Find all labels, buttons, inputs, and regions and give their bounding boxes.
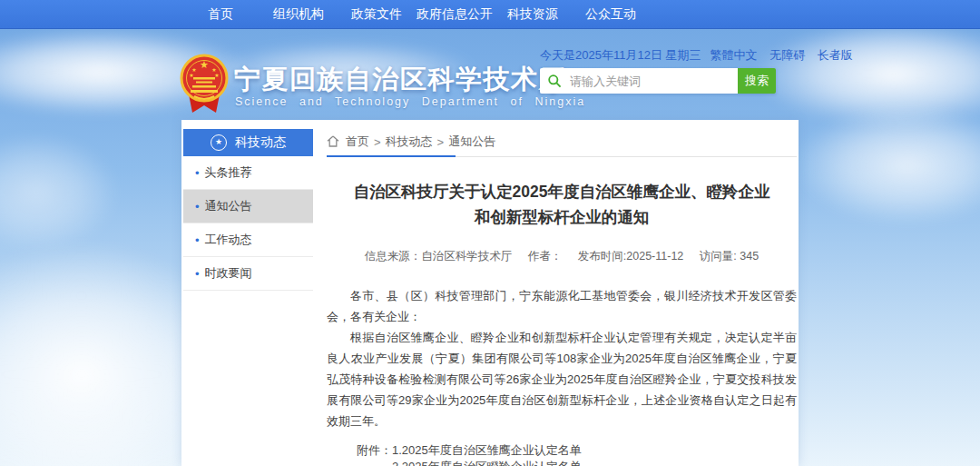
- sidebar-item-notices[interactable]: • 通知公告: [183, 190, 313, 223]
- svg-text:★: ★: [214, 73, 219, 78]
- attachment-link-2[interactable]: 2.2025年度自治区瞪羚企业认定名单: [392, 459, 617, 466]
- bullet-icon: •: [195, 267, 200, 281]
- sidebar-item-label: 时政要闻: [205, 265, 252, 282]
- sidebar-item-work-news[interactable]: • 工作动态: [183, 223, 313, 257]
- article-title: 自治区科技厅关于认定2025年度自治区雏鹰企业、瞪羚企业 和创新型标杆企业的通知: [327, 179, 797, 230]
- sidebar-header: ★ 科技动态: [183, 129, 313, 156]
- article-area: 首页 > 科技动态 > 通知公告 自治区科技厅关于认定2025年度自治区雏鹰企业…: [327, 127, 797, 466]
- cloud-decoration: [0, 134, 118, 252]
- current-date-text: 今天是2025年11月12日 星期三: [540, 47, 701, 64]
- star-circle-icon: ★: [211, 134, 227, 151]
- sidebar: ★ 科技动态 • 头条推荐 • 通知公告 • 工作动态 • 时政要闻: [183, 129, 313, 291]
- nav-item-tech-resources[interactable]: 科技资源: [494, 0, 572, 28]
- nav-item-organization[interactable]: 组织机构: [260, 0, 338, 28]
- nav-item-public-interaction[interactable]: 公众互动: [572, 0, 650, 28]
- bullet-icon: •: [195, 200, 200, 213]
- meta-source: 信息来源：自治区科学技术厅: [365, 250, 513, 263]
- site-title: 宁夏回族自治区科学技术厅: [234, 62, 566, 98]
- page: 首页 组织机构 政策文件 政府信息公开 科技资源 公众互动 ★ ★ ★ ★ ★ …: [0, 0, 980, 466]
- site-header: ★ ★ ★ ★ ★ 宁夏回族自治区科学技术厅 Science and Techn…: [0, 29, 980, 124]
- meta-view-count: 访问量: 345: [700, 250, 759, 263]
- nav-item-government-info[interactable]: 政府信息公开: [416, 0, 494, 28]
- search-box: [540, 68, 738, 94]
- sidebar-item-current-affairs[interactable]: • 时政要闻: [183, 257, 313, 291]
- nav-item-home[interactable]: 首页: [181, 0, 260, 28]
- sidebar-menu: • 头条推荐 • 通知公告 • 工作动态 • 时政要闻: [183, 156, 313, 291]
- article-title-line2: 和创新型标杆企业的通知: [327, 204, 797, 230]
- attachment-link-1[interactable]: 1.2025年度自治区雏鹰企业认定名单: [392, 442, 617, 459]
- sidebar-title: 科技动态: [235, 134, 286, 151]
- bullet-icon: •: [195, 166, 200, 180]
- article-body: 各市、县（区）科技管理部门，宁东能源化工基地管委会，银川经济技术开发区管委会，各…: [327, 285, 797, 431]
- search-button[interactable]: 搜索: [738, 68, 776, 94]
- article-paragraph: 各市、县（区）科技管理部门，宁东能源化工基地管委会，银川经济技术开发区管委会，各…: [327, 285, 797, 327]
- attachments-label: 附件：: [357, 442, 392, 466]
- breadcrumb-active-underline: [327, 155, 456, 157]
- header-utility-row: 今天是2025年11月12日 星期三 繁體中文 无障碍 长者版: [540, 47, 791, 64]
- svg-text:★: ★: [200, 59, 209, 70]
- breadcrumb-section[interactable]: 科技动态: [386, 134, 433, 150]
- svg-text:★: ★: [189, 73, 193, 78]
- breadcrumb-separator: >: [437, 135, 445, 149]
- search-icon: [547, 74, 562, 88]
- link-elder-version[interactable]: 长者版: [818, 48, 853, 62]
- article-title-line1: 自治区科技厅关于认定2025年度自治区雏鹰企业、瞪羚企业: [327, 179, 797, 204]
- national-emblem-logo: ★ ★ ★ ★ ★: [180, 51, 229, 116]
- meta-publish-date: 发布时间:2025-11-12: [578, 250, 684, 263]
- home-icon: [327, 135, 339, 147]
- sidebar-item-label: 通知公告: [205, 198, 252, 214]
- article-meta: 信息来源：自治区科学技术厅 作者： 发布时间:2025-11-12 访问量: 3…: [327, 249, 797, 264]
- meta-author: 作者：: [528, 250, 563, 263]
- link-traditional-chinese[interactable]: 繁體中文: [710, 48, 758, 62]
- attachments-block: 附件： 1.2025年度自治区雏鹰企业认定名单 2.2025年度自治区瞪羚企业认…: [327, 442, 797, 466]
- site-subtitle: Science and Technology Department of Nin…: [235, 95, 585, 108]
- search-input[interactable]: [568, 74, 731, 89]
- attachments-list: 1.2025年度自治区雏鹰企业认定名单 2.2025年度自治区瞪羚企业认定名单 …: [392, 442, 617, 466]
- breadcrumb-home[interactable]: 首页: [346, 134, 369, 150]
- quick-links: 繁體中文 无障碍 长者版: [701, 47, 853, 64]
- breadcrumb-separator: >: [374, 135, 381, 149]
- article-paragraph: 根据自治区雏鹰企业、瞪羚企业和创新型标杆企业认定管理有关规定，决定认定半亩良人农…: [327, 327, 797, 431]
- nav-item-policy-documents[interactable]: 政策文件: [338, 0, 416, 28]
- search-bar: 搜索: [540, 68, 776, 94]
- breadcrumb: 首页 > 科技动态 > 通知公告: [327, 127, 797, 157]
- link-accessibility[interactable]: 无障碍: [769, 48, 805, 62]
- sidebar-item-headlines[interactable]: • 头条推荐: [183, 156, 313, 190]
- sidebar-item-label: 头条推荐: [205, 164, 252, 181]
- cloud-decoration: [794, 106, 980, 224]
- top-navigation: 首页 组织机构 政策文件 政府信息公开 科技资源 公众互动: [0, 0, 980, 29]
- content-card: ★ 科技动态 • 头条推荐 • 通知公告 • 工作动态 • 时政要闻: [181, 120, 799, 466]
- bullet-icon: •: [195, 233, 200, 247]
- sidebar-item-label: 工作动态: [205, 232, 252, 248]
- breadcrumb-current[interactable]: 通知公告: [448, 134, 495, 150]
